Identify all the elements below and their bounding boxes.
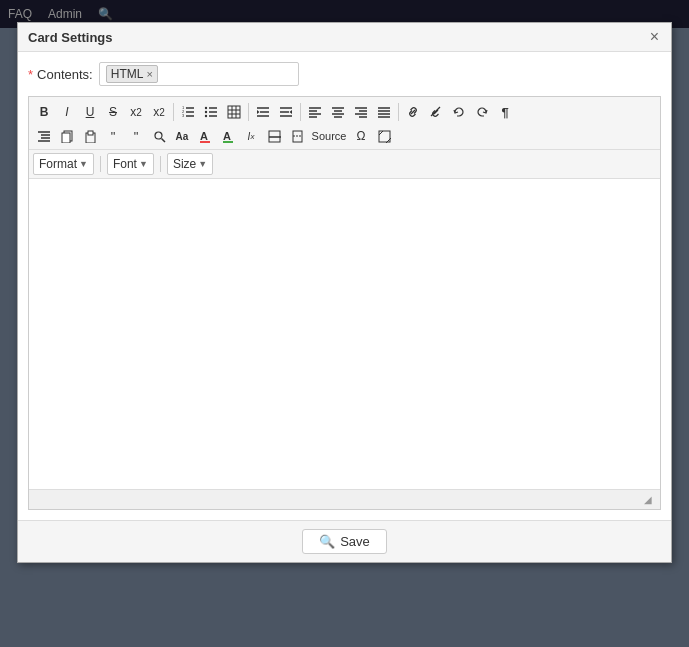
html-tag: HTML ×: [106, 65, 158, 83]
contents-text: Contents:: [37, 67, 93, 82]
svg-rect-47: [62, 133, 70, 143]
svg-point-11: [205, 115, 207, 117]
dialog-body: * Contents: HTML × B I U: [18, 52, 671, 520]
toolbar: B I U S x2 x2 123: [29, 97, 660, 150]
dialog-footer: 🔍 Save: [18, 520, 671, 562]
svg-point-10: [205, 111, 207, 113]
contents-tag-container[interactable]: HTML ×: [99, 62, 299, 86]
font-dropdown[interactable]: Font ▼: [107, 153, 154, 175]
svg-point-50: [155, 132, 162, 139]
separator-4: [398, 103, 399, 121]
special-char-button[interactable]: Ω: [350, 125, 372, 147]
indent-left-button[interactable]: [252, 101, 274, 123]
dropdown-sep-1: [100, 156, 101, 172]
svg-text:3: 3: [182, 113, 185, 118]
open-quote-button[interactable]: ": [102, 125, 124, 147]
save-label: Save: [340, 534, 370, 549]
dropdown-sep-2: [160, 156, 161, 172]
paste-button[interactable]: [79, 125, 101, 147]
tag-text: HTML: [111, 67, 144, 81]
subscript-button[interactable]: x2: [125, 101, 147, 123]
strikethrough-button[interactable]: S: [102, 101, 124, 123]
italic-button[interactable]: I: [56, 101, 78, 123]
svg-point-9: [205, 107, 207, 109]
svg-marker-20: [257, 110, 260, 114]
size-dropdown[interactable]: Size ▼: [167, 153, 213, 175]
card-settings-dialog: Card Settings × * Contents: HTML ×: [17, 22, 672, 563]
close-button[interactable]: ×: [648, 29, 661, 45]
ordered-list-button[interactable]: 123: [177, 101, 199, 123]
redo-button[interactable]: [471, 101, 493, 123]
required-star: *: [28, 67, 33, 82]
modal-overlay: Card Settings × * Contents: HTML ×: [0, 0, 689, 647]
blockquote-button[interactable]: [33, 125, 55, 147]
source-button[interactable]: Source: [309, 125, 349, 147]
svg-marker-24: [290, 110, 293, 114]
underline-button[interactable]: U: [79, 101, 101, 123]
table-button[interactable]: [223, 101, 245, 123]
svg-text:A: A: [200, 130, 208, 142]
svg-line-61: [379, 131, 383, 135]
toolbar-dropdowns: Format ▼ Font ▼ Size ▼: [29, 150, 660, 179]
format-dropdown[interactable]: Format ▼: [33, 153, 94, 175]
dialog-title: Card Settings: [28, 30, 113, 45]
size-arrow-icon: ▼: [198, 159, 207, 169]
clear-format-button[interactable]: Ix: [240, 125, 262, 147]
font-bgcolor-button[interactable]: A: [217, 125, 239, 147]
svg-line-51: [161, 138, 165, 142]
separator-2: [248, 103, 249, 121]
superscript-button[interactable]: x2: [148, 101, 170, 123]
save-search-icon: 🔍: [319, 534, 335, 549]
dialog-header: Card Settings ×: [18, 23, 671, 52]
toolbar-row-2: " " Aa A A Ix: [33, 125, 656, 147]
page-break-button[interactable]: [286, 125, 308, 147]
contents-row: * Contents: HTML ×: [28, 62, 661, 86]
svg-rect-49: [88, 131, 93, 135]
editor-container: B I U S x2 x2 123: [28, 96, 661, 510]
editor-content-area[interactable]: [29, 179, 660, 489]
align-justify-button[interactable]: [373, 101, 395, 123]
font-label: Font: [113, 157, 137, 171]
paragraph-button[interactable]: ¶: [494, 101, 516, 123]
tag-close-icon[interactable]: ×: [146, 68, 152, 80]
indent-right-button[interactable]: [275, 101, 297, 123]
svg-text:A: A: [223, 130, 231, 142]
font-arrow-icon: ▼: [139, 159, 148, 169]
copy-button[interactable]: [56, 125, 78, 147]
svg-rect-53: [200, 141, 210, 143]
editor-statusbar: ◢: [29, 489, 660, 509]
bold-button[interactable]: B: [33, 101, 55, 123]
close-quote-button[interactable]: ": [125, 125, 147, 147]
format-arrow-icon: ▼: [79, 159, 88, 169]
align-left-button[interactable]: [304, 101, 326, 123]
toolbar-row-1: B I U S x2 x2 123: [33, 101, 656, 123]
font-case-button[interactable]: Aa: [171, 125, 193, 147]
link-button[interactable]: [402, 101, 424, 123]
separator-1: [173, 103, 174, 121]
save-button[interactable]: 🔍 Save: [302, 529, 387, 554]
separator-3: [300, 103, 301, 121]
size-label: Size: [173, 157, 196, 171]
maximize-button[interactable]: [373, 125, 395, 147]
find-button[interactable]: [148, 125, 170, 147]
align-right-button[interactable]: [350, 101, 372, 123]
horizontal-rule-button[interactable]: [263, 125, 285, 147]
unlink-button[interactable]: [425, 101, 447, 123]
contents-label: * Contents:: [28, 67, 93, 82]
resize-handle-icon: ◢: [644, 494, 656, 506]
format-label: Format: [39, 157, 77, 171]
unordered-list-button[interactable]: [200, 101, 222, 123]
svg-rect-55: [223, 141, 233, 143]
svg-rect-12: [228, 106, 240, 118]
undo-button[interactable]: [448, 101, 470, 123]
align-center-button[interactable]: [327, 101, 349, 123]
font-color-button[interactable]: A: [194, 125, 216, 147]
